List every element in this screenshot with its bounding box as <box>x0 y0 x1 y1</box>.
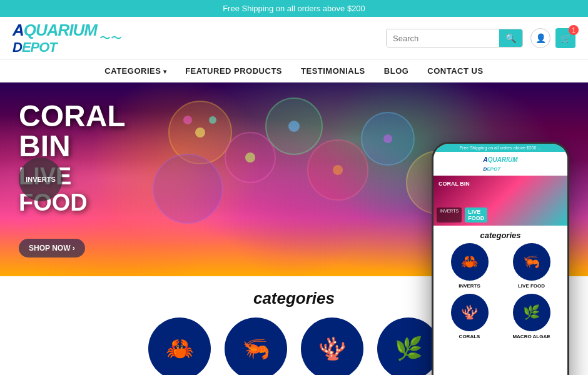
main-content: CORAL BIN LIVE FOOD INVERTS SHOP NOW cat… <box>0 82 588 375</box>
phone-hero: CORAL BIN INVERTS LIVEFOOD <box>433 176 567 226</box>
phone-hero-text: CORAL BIN <box>438 181 470 187</box>
top-banner: Free Shipping on all orders above $200 <box>0 0 588 17</box>
nav-testimonials[interactable]: TESTIMONIALS <box>301 66 365 76</box>
logo-text: AQUARIUM DEPOT <box>13 22 97 54</box>
svg-point-12 <box>333 165 343 175</box>
svg-point-13 <box>383 134 392 143</box>
phone-header: AQUARIUM DEPOT <box>433 152 567 176</box>
phone-cat-circle-corals: 🪸 <box>451 294 489 331</box>
phone-cat-label-corals: CORALS <box>459 334 480 339</box>
phone-cat-label-livefood: LIVE FOOD <box>518 283 545 289</box>
search-box: 🔍 <box>386 29 523 48</box>
cart-button[interactable]: 🛒 1 <box>555 28 575 48</box>
phone-badge-livefood: LIVEFOOD <box>465 208 487 222</box>
corals-circle: 🪸 <box>301 318 363 375</box>
phone-badge-inverts: INVERTS <box>437 208 462 222</box>
cart-badge: 1 <box>569 25 579 35</box>
phone-cat-label-inverts: INVERTS <box>459 283 480 289</box>
macroalgae-circle: 🌿 <box>377 318 440 375</box>
header-right: 🔍 👤 🛒 1 <box>386 28 575 48</box>
svg-point-7 <box>195 128 205 138</box>
logo-waves-icon: 〜〜 <box>99 31 122 46</box>
phone-mockup: Free Shipping on all orders above $200 .… <box>432 142 569 375</box>
category-macroalgae[interactable]: 🌿 MACRO ALGAE <box>377 318 440 375</box>
inverts-badge[interactable]: INVERTS <box>19 158 63 201</box>
category-corals[interactable]: 🪸 CORALS <box>301 318 363 375</box>
phone-cat-corals[interactable]: 🪸 CORALS <box>441 294 498 339</box>
nav-featured[interactable]: FEATURED PRODUCTS <box>185 66 282 76</box>
livefood-circle: 🦐 <box>225 318 287 375</box>
nav-categories[interactable]: CATEGORIES <box>104 66 166 76</box>
phone-categories-grid: 🦀 INVERTS 🦐 LIVE FOOD 🪸 CORALS 🌿 MACRO A… <box>433 243 567 339</box>
svg-point-3 <box>153 154 222 223</box>
phone-cat-macroalgae[interactable]: 🌿 MACRO ALGAE <box>503 294 560 339</box>
inverts-circle: 🦀 <box>148 318 211 375</box>
phone-cat-circle-macroalgae: 🌿 <box>513 294 550 331</box>
phone-hero-badges: INVERTS LIVEFOOD <box>437 208 487 222</box>
svg-point-8 <box>209 116 216 124</box>
phone-logo: AQUARIUM DEPOT <box>483 155 517 172</box>
shop-now-button[interactable]: SHOP NOW <box>19 239 85 258</box>
phone-cat-livefood[interactable]: 🦐 LIVE FOOD <box>503 243 560 289</box>
phone-cat-label-macroalgae: MACRO ALGAE <box>512 334 550 339</box>
phone-cat-circle-inverts: 🦀 <box>451 243 489 281</box>
top-banner-text: Free Shipping on all orders above $200 <box>223 4 365 13</box>
nav-blog[interactable]: BLOG <box>384 66 409 76</box>
search-button[interactable]: 🔍 <box>499 29 522 47</box>
phone-top-banner: Free Shipping on all orders above $200 .… <box>433 144 567 152</box>
category-livefood[interactable]: 🦐 LIVE FOOD <box>225 318 287 375</box>
search-input[interactable] <box>387 30 499 47</box>
header: AQUARIUM DEPOT 〜〜 🔍 👤 🛒 1 <box>0 17 588 60</box>
phone-screen: Free Shipping on all orders above $200 .… <box>433 144 567 375</box>
svg-point-11 <box>288 121 300 132</box>
nav-contact[interactable]: CONTACT US <box>427 66 483 76</box>
phone-categories-title: categories <box>433 226 567 243</box>
header-icons: 👤 🛒 1 <box>530 28 575 48</box>
hero-title: CORAL BIN <box>19 101 126 161</box>
svg-point-9 <box>183 116 192 124</box>
phone-cat-inverts[interactable]: 🦀 INVERTS <box>441 243 498 289</box>
logo[interactable]: AQUARIUM DEPOT 〜〜 <box>13 22 122 54</box>
svg-point-10 <box>245 152 255 162</box>
account-button[interactable]: 👤 <box>530 28 550 48</box>
main-nav: CATEGORIES FEATURED PRODUCTS TESTIMONIAL… <box>0 60 588 82</box>
category-inverts[interactable]: 🦀 INVERTS <box>148 318 211 375</box>
phone-cat-circle-livefood: 🦐 <box>513 243 550 281</box>
